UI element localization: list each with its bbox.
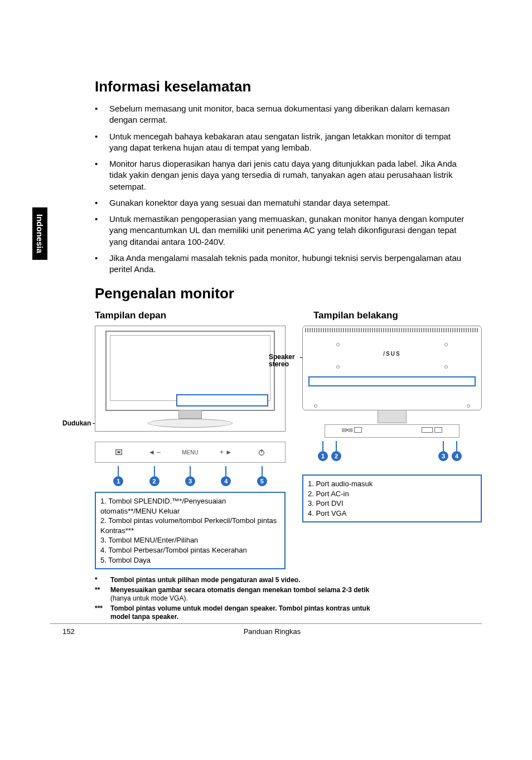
footnote-text-plain: (hanya untuk mode VGA). [110,594,188,602]
footnote-mark: * [95,576,110,585]
legend-row: 2. Port AC-in [308,489,476,499]
rear-number-row: 1 2 3 4 [302,441,482,461]
bullet-item: Untuk mencegah bahaya kebakaran atau sen… [95,131,471,154]
bullet-item: Sebelum memasang unit monitor, baca semu… [95,103,471,126]
speaker-highlight [308,376,476,386]
rear-legend: 1. Port audio-masuk 2. Port AC-in 3. Por… [302,475,482,522]
port-icon [354,427,362,433]
callout-number: 1 [318,451,328,461]
safety-bullet-list: Sebelum memasang unit monitor, baca semu… [50,103,482,275]
port-icon [422,427,433,433]
legend-row: 1. Tombol SPLENDID.™*/Penyesuaian otomat… [100,496,280,516]
footnote-mark: ** [95,586,110,603]
page-footer: 152 Panduan Ringkas [50,623,482,636]
callout-number: 2 [149,476,159,486]
footnote-text: Tombol pintas untuk pilihan mode pengatu… [110,576,300,584]
minus-left-icon: ◄ – [143,448,166,456]
plus-right-icon: + ► [215,448,237,456]
legend-row: 2. Tombol pintas volume/tombol Perkecil/… [100,516,280,535]
callout-number: 3 [185,476,195,486]
front-button-bar-highlight [176,394,268,406]
safety-heading: Informasi keselamatan [50,78,482,95]
callout-number: 1 [113,476,123,486]
bullet-item: Monitor harus dioperasikan hanya dari je… [95,158,471,192]
legend-row: 3. Port DVI [308,498,476,509]
asus-logo: /SUS [383,351,400,357]
legend-row: 5. Tombol Daya [100,555,280,565]
legend-row: 3. Tombol MENU/Enter/Pilihan [100,535,280,545]
rear-heading: Tampilan belakang [291,310,482,321]
intro-heading: Pengenalan monitor [50,285,482,302]
front-heading: Tampilan depan [95,310,286,321]
bullet-item: Untuk memastikan pengoperasian yang memu… [95,214,471,248]
svg-rect-1 [117,452,120,454]
footer-title: Panduan Ringkas [107,627,437,636]
rear-ports-area: ||||•|||| [325,424,460,438]
legend-row: 4. Tombol Perbesar/Tombol pintas Kecerah… [100,545,280,555]
language-tab: Indonesia [32,207,47,260]
front-controls-strip: ◄ – MENU + ► [95,442,286,463]
callout-number: 4 [221,476,231,486]
footnotes: * Tombol pintas untuk pilihan mode penga… [50,576,374,622]
legend-row: 4. Port VGA [308,509,476,519]
front-legend: 1. Tombol SPLENDID.™*/Penyesuaian otomat… [95,492,286,569]
menu-label: MENU [179,449,201,456]
front-diagram [95,326,286,432]
front-view-column: Tampilan depan Dudukan ◄ – [95,310,286,569]
callout-number: 5 [257,476,267,486]
footnote-text: Tombol pintas volume untuk model dengan … [110,604,370,621]
stand-label: Dudukan [62,419,91,427]
rear-diagram: /SUS [302,326,482,410]
footnote-text: Menyesuaikan gambar secara otomatis deng… [110,586,369,594]
callout-number: 3 [438,451,448,461]
rear-view-column: Tampilan belakang Speaker stereo /SUS [291,310,482,569]
power-icon [250,448,273,456]
footnote-mark: *** [95,604,110,622]
legend-row: 1. Port audio-masuk [308,479,476,489]
speaker-label: Speaker stereo [269,354,301,368]
splendid-icon [108,448,130,456]
callout-number: 2 [331,451,341,461]
callout-number: 4 [452,451,462,461]
page-number: 152 [50,627,107,636]
port-icon [434,427,442,433]
bullet-item: Gunakan konektor daya yang sesuai dan me… [95,197,471,209]
front-number-row: 1 2 3 4 5 [95,466,286,486]
bullet-item: Jika Anda mengalami masalah teknis pada … [95,253,471,275]
